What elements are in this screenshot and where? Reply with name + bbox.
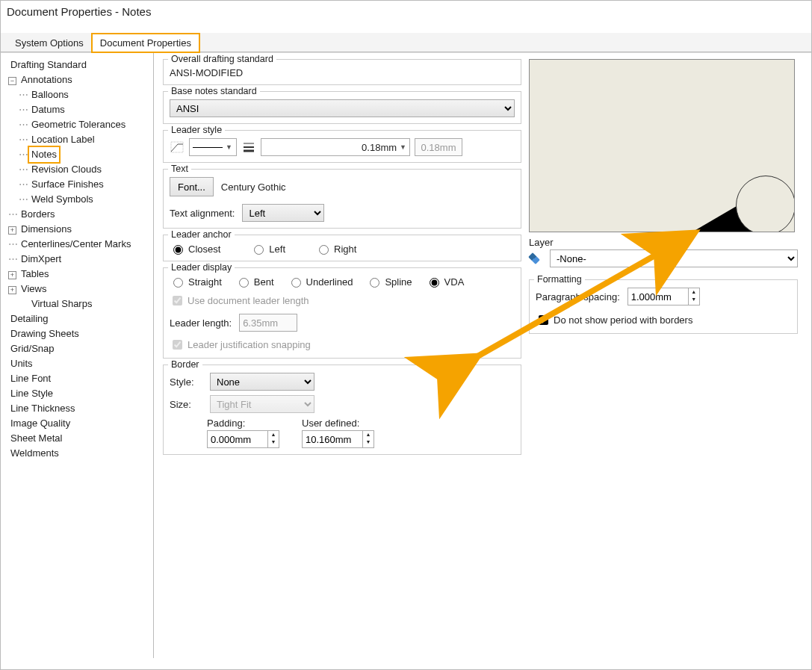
tree-dimensions[interactable]: +Dimensions xyxy=(8,222,153,237)
anchor-left[interactable]: Left xyxy=(250,243,285,255)
border-legend: Border xyxy=(168,359,202,370)
leader-justify-snap-checkbox: Leader justification snapping xyxy=(170,338,311,352)
spin-up-icon[interactable]: ▲ xyxy=(689,288,699,296)
para-spacing-label: Paragraph spacing: xyxy=(536,291,620,303)
tab-document-properties[interactable]: Document Properties xyxy=(92,34,199,52)
window-title: Document Properties - Notes xyxy=(7,5,805,18)
text-align-select[interactable]: Left xyxy=(242,204,324,222)
display-spline[interactable]: Spline xyxy=(366,276,412,288)
display-bent[interactable]: Bent xyxy=(235,276,274,288)
tree-notes[interactable]: ⋯Notes xyxy=(19,147,153,162)
preview-canvas xyxy=(529,59,795,232)
expand-icon[interactable]: + xyxy=(8,226,16,235)
preview-circle-icon xyxy=(736,176,795,232)
tree-dimxpert[interactable]: ⋯DimXpert xyxy=(8,252,153,267)
tree-location-label[interactable]: ⋯Location Label xyxy=(19,132,153,147)
border-size-select: Tight Fit xyxy=(210,395,314,413)
tree-tables[interactable]: +Tables xyxy=(8,267,153,282)
leader-length-input xyxy=(239,314,297,332)
tree-geo-tol[interactable]: ⋯Geometric Tolerances xyxy=(19,117,153,132)
tree-units[interactable]: Units xyxy=(8,356,153,371)
padding-label: Padding: xyxy=(207,418,279,429)
layer-select[interactable]: -None- xyxy=(550,249,798,267)
userdef-spinner[interactable]: ▲▼ xyxy=(302,430,374,448)
expand-icon[interactable]: + xyxy=(8,286,16,294)
overall-legend: Overall drafting standard xyxy=(168,54,276,64)
svg-rect-0 xyxy=(171,142,183,152)
font-button[interactable]: Font... xyxy=(170,177,214,196)
base-notes-select[interactable]: ANSI xyxy=(170,99,515,117)
tree-line-font[interactable]: Line Font xyxy=(8,371,153,386)
tree-centerlines[interactable]: ⋯Centerlines/Center Marks xyxy=(8,237,153,252)
display-underlined[interactable]: Underlined xyxy=(288,276,353,288)
line-thickness-icon xyxy=(241,139,256,155)
tree-sheet-metal[interactable]: Sheet Metal xyxy=(8,431,153,446)
anchor-closest[interactable]: Closest xyxy=(170,243,220,255)
collapse-icon[interactable]: − xyxy=(8,77,16,85)
text-legend: Text xyxy=(168,164,191,174)
use-doc-leader-length-checkbox: Use document leader length xyxy=(170,294,309,308)
userdef-label: User defined: xyxy=(302,418,374,429)
tree-grid-snap[interactable]: Grid/Snap xyxy=(8,341,153,356)
tree-annotations[interactable]: −Annotations ⋯Balloons ⋯Datums ⋯Geometri… xyxy=(8,72,153,207)
tree-balloons[interactable]: ⋯Balloons xyxy=(19,87,153,102)
tree-datums[interactable]: ⋯Datums xyxy=(19,102,153,117)
text-align-label: Text alignment: xyxy=(170,208,235,219)
spin-up-icon[interactable]: ▲ xyxy=(363,431,374,438)
base-notes-legend: Base notes standard xyxy=(168,86,260,96)
formatting-legend: Formatting xyxy=(534,274,585,285)
font-name: Century Gothic xyxy=(221,182,286,193)
padding-spinner[interactable]: ▲▼ xyxy=(207,430,279,448)
sidebar-tree: Drafting Standard −Annotations ⋯Balloons… xyxy=(1,53,154,658)
chevron-down-icon: ▼ xyxy=(226,143,232,151)
leader-style-legend: Leader style xyxy=(168,125,225,135)
tree-image-quality[interactable]: Image Quality xyxy=(8,416,153,431)
leader-end-icon xyxy=(170,139,185,155)
leader-anchor-legend: Leader anchor xyxy=(168,229,235,240)
leader-display-legend: Leader display xyxy=(168,262,235,273)
tree-drawing-sheets[interactable]: Drawing Sheets xyxy=(8,326,153,341)
border-size-label: Size: xyxy=(170,399,202,410)
leader-length-label: Leader length: xyxy=(170,317,232,329)
tree-revision-clouds[interactable]: ⋯Revision Clouds xyxy=(19,162,153,177)
leader-end-style-select[interactable]: ▼ xyxy=(189,138,237,156)
tree-line-thickness[interactable]: Line Thickness xyxy=(8,401,153,416)
leader-thickness-select[interactable]: 0.18mm▼ xyxy=(261,138,410,156)
tree-drafting-standard[interactable]: Drafting Standard xyxy=(8,58,153,72)
tree-borders[interactable]: ⋯Borders xyxy=(8,207,153,222)
border-style-label: Style: xyxy=(170,376,202,388)
spin-down-icon[interactable]: ▼ xyxy=(268,438,279,446)
leader-thickness-readout xyxy=(415,138,462,156)
tree-surface-finishes[interactable]: ⋯Surface Finishes xyxy=(19,177,153,192)
spin-down-icon[interactable]: ▼ xyxy=(689,296,699,303)
spin-down-icon[interactable]: ▼ xyxy=(363,438,374,446)
no-period-checkbox[interactable]: Do not show period with borders xyxy=(536,313,692,327)
expand-icon[interactable]: + xyxy=(8,271,16,279)
layer-icon xyxy=(528,252,540,264)
layer-legend: Layer xyxy=(529,237,798,248)
tree-detailing[interactable]: Detailing xyxy=(8,311,153,326)
tabstrip: System Options Document Properties xyxy=(1,33,811,52)
display-straight[interactable]: Straight xyxy=(170,276,222,288)
tree-line-style[interactable]: Line Style xyxy=(8,386,153,401)
tree-weldments[interactable]: Weldments xyxy=(8,446,153,461)
chevron-down-icon: ▼ xyxy=(400,143,406,151)
tree-weld-symbols[interactable]: ⋯Weld Symbols xyxy=(19,192,153,207)
border-style-select[interactable]: None xyxy=(210,373,314,391)
tree-virtual-sharps[interactable]: Virtual Sharps xyxy=(8,297,153,311)
tree-views[interactable]: +Views xyxy=(8,282,153,297)
anchor-right[interactable]: Right xyxy=(315,243,356,255)
overall-value: ANSI-MODIFIED xyxy=(170,67,243,78)
para-spacing-spinner[interactable]: ▲▼ xyxy=(627,288,700,305)
spin-up-icon[interactable]: ▲ xyxy=(268,431,279,438)
tab-system-options[interactable]: System Options xyxy=(7,34,92,52)
display-vda[interactable]: VDA xyxy=(426,276,465,288)
